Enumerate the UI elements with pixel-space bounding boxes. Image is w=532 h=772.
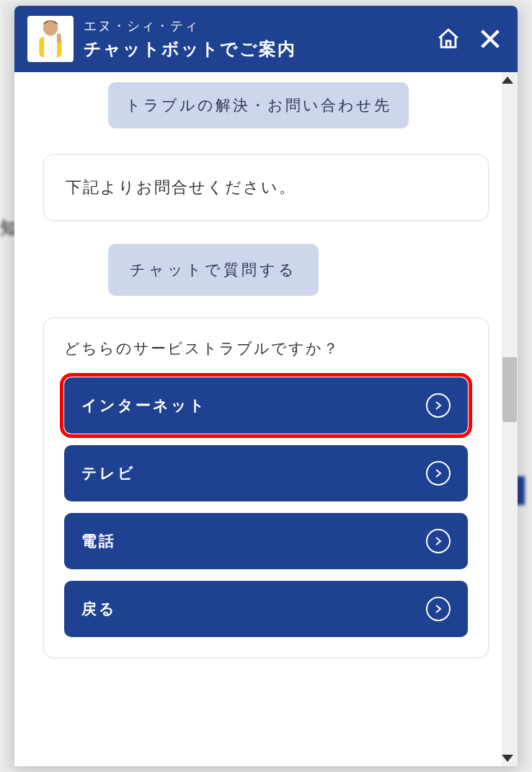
options-question: どちらのサービストラブルですか？ xyxy=(64,338,468,359)
header-text: エヌ・シィ・ティ チャットボットでご案内 xyxy=(84,17,424,61)
close-button[interactable] xyxy=(476,25,505,53)
scroll-down-icon[interactable] xyxy=(502,755,513,762)
bot-message-contact: 下記よりお問合せください。 xyxy=(43,154,489,221)
chat-window: エヌ・シィ・ティ チャットボットでご案内 xyxy=(14,6,518,766)
option-label: インターネット xyxy=(81,395,207,416)
option-label: テレビ xyxy=(81,463,136,483)
avatar-icon xyxy=(32,19,68,59)
svg-rect-3 xyxy=(57,33,61,43)
option-label: 電話 xyxy=(81,531,116,551)
chat-body: トラブルの解決・お問い合わせ先 下記よりお問合せください。 チャットで質問する … xyxy=(14,72,518,672)
option-phone[interactable]: 電話 xyxy=(64,513,468,569)
header-subtitle: エヌ・シィ・ティ xyxy=(84,17,424,35)
svg-point-0 xyxy=(43,21,58,35)
user-chip-chat[interactable]: チャットで質問する xyxy=(108,244,319,296)
bot-avatar xyxy=(27,16,74,62)
option-internet[interactable]: インターネット xyxy=(64,377,468,434)
chevron-right-icon xyxy=(426,597,451,621)
option-label: 戻る xyxy=(81,599,117,619)
user-chip-trouble[interactable]: トラブルの解決・お問い合わせ先 xyxy=(108,82,409,128)
close-icon xyxy=(478,27,502,51)
option-back[interactable]: 戻る xyxy=(64,581,468,637)
option-tv[interactable]: テレビ xyxy=(64,445,468,501)
home-icon xyxy=(436,27,461,51)
chevron-right-icon xyxy=(426,461,451,486)
header-title: チャットボットでご案内 xyxy=(84,38,424,61)
svg-rect-2 xyxy=(44,37,57,58)
chat-header: エヌ・シィ・ティ チャットボットでご案内 xyxy=(14,6,518,72)
options-card: どちらのサービストラブルですか？ インターネット テレビ 電話 xyxy=(43,317,489,658)
chevron-right-icon xyxy=(426,529,451,553)
svg-rect-4 xyxy=(446,41,451,48)
chevron-right-icon xyxy=(426,393,451,418)
bot-message-text: 下記よりお問合せください。 xyxy=(66,178,296,196)
home-button[interactable] xyxy=(434,25,463,53)
